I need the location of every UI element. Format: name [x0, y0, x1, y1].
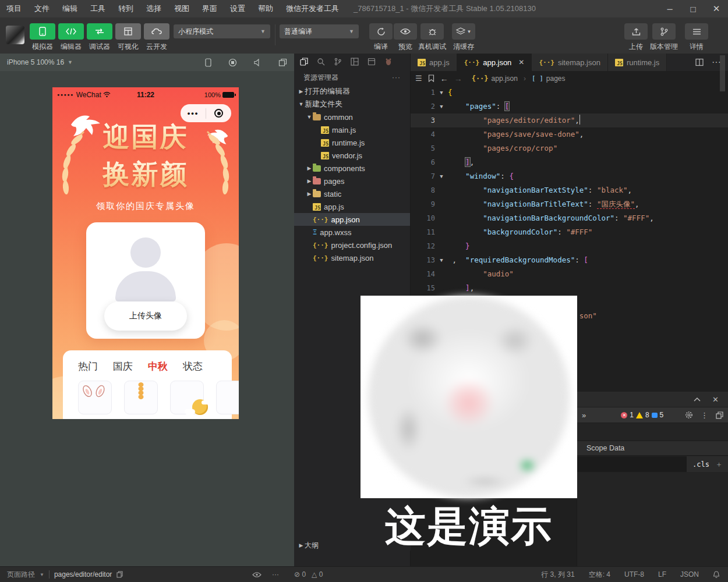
code-line-8[interactable]: 8 "navigationBarTextStyle": "black",	[411, 183, 728, 197]
mock-icon[interactable]	[384, 58, 393, 66]
nav-forward-icon[interactable]: →	[454, 74, 462, 83]
notifications-bell-icon[interactable]	[713, 571, 720, 579]
tree-item-pages[interactable]: ▶pages	[294, 175, 410, 187]
breadcrumb-file[interactable]: app.json	[492, 74, 518, 83]
menu-item-帮助[interactable]: 帮助	[252, 4, 280, 13]
sound-icon[interactable]	[253, 58, 262, 67]
error-count[interactable]: 1	[630, 411, 634, 419]
editor-scrollbar[interactable]	[720, 55, 725, 91]
eol-setting[interactable]: LF	[658, 570, 666, 579]
multi-window-icon[interactable]	[278, 58, 287, 67]
encoding[interactable]: UTF-8	[624, 570, 644, 579]
sticker-thumb-bunny-ears[interactable]	[78, 381, 112, 414]
tree-item-app.wxss[interactable]: Ξapp.wxss	[294, 226, 410, 239]
toolbar-toggle-编辑器[interactable]: 编辑器	[58, 23, 84, 52]
copy-path-icon[interactable]	[116, 571, 123, 578]
close-tab-icon[interactable]: ✕	[518, 58, 524, 66]
code-line-5[interactable]: 5 "pages/crop/crop"	[411, 141, 728, 155]
capsule-menu[interactable]: •••	[181, 104, 231, 122]
menu-item-转到[interactable]: 转到	[112, 4, 140, 13]
path-more-icon[interactable]: ···	[272, 570, 279, 579]
code-line-7[interactable]: 7▼ "window": {	[411, 169, 728, 183]
menu-item-视图[interactable]: 视图	[168, 4, 196, 13]
sticker-tab-状态[interactable]: 状态	[183, 360, 203, 373]
menu-item-微信开发者工具[interactable]: 微信开发者工具	[280, 4, 345, 13]
kebab-menu-icon[interactable]: ⋮	[701, 411, 708, 420]
breadcrumb-node[interactable]: pages	[546, 74, 566, 83]
add-class-icon[interactable]: ＋	[715, 459, 728, 470]
sticker-tab-热门[interactable]: 热门	[78, 360, 98, 373]
editor-tab-app.js[interactable]: JSapp.js	[411, 54, 457, 71]
menu-item-编辑[interactable]: 编辑	[56, 4, 84, 13]
page-path-value[interactable]: pages/editor/editor	[54, 570, 112, 579]
tree-item-common[interactable]: ▼common	[294, 111, 410, 123]
tree-item-components[interactable]: ▶components	[294, 162, 410, 175]
minimize-button[interactable]: ─	[658, 0, 681, 17]
more-menu-icon[interactable]: •••	[181, 109, 206, 118]
search-icon[interactable]	[317, 58, 325, 66]
panel-collapse-icon[interactable]	[694, 397, 701, 402]
plugin-icon[interactable]	[367, 58, 376, 66]
menu-item-选择[interactable]: 选择	[140, 4, 168, 13]
code-line-11[interactable]: 11 "backgroundColor": "#FFF"	[411, 225, 728, 239]
tree-item-runtime.js[interactable]: JSruntime.js	[294, 136, 410, 149]
tree-item-main.js[interactable]: JSmain.js	[294, 123, 410, 136]
open-editors-section[interactable]: ▶打开的编辑器	[294, 85, 410, 98]
panel-close-icon[interactable]: ✕	[712, 395, 719, 404]
outline-list-icon[interactable]: ☰	[415, 74, 422, 83]
fold-icon[interactable]: ▼	[435, 253, 448, 267]
scope-data-section[interactable]: Scope Data	[577, 441, 728, 456]
mode-select[interactable]: 小程序模式▼	[174, 24, 270, 38]
code-line-2[interactable]: 2▼ "pages": [	[411, 100, 728, 113]
code-line-4[interactable]: 4 "pages/save/save-done",	[411, 127, 728, 141]
problems-status[interactable]: ⊘ 0 △ 0	[287, 570, 404, 579]
rotate-device-icon[interactable]	[204, 58, 212, 67]
record-icon[interactable]	[228, 58, 237, 67]
toolbar-action-预览[interactable]: 预览	[390, 23, 420, 52]
sticker-thumb-candied-haws[interactable]	[124, 381, 158, 414]
code-line-15[interactable]: 15 ],	[411, 281, 728, 295]
toolbar-toggle-调试器[interactable]: 调试器	[86, 23, 113, 52]
menu-item-设置[interactable]: 设置	[224, 4, 252, 13]
code-line-12[interactable]: 12 }	[411, 239, 728, 253]
menu-item-文件[interactable]: 文件	[28, 4, 56, 13]
tree-item-sitemap.json[interactable]: {··}sitemap.json	[294, 251, 410, 264]
menu-item-项目[interactable]: 项目	[0, 4, 28, 13]
cursor-position[interactable]: 行 3, 列 31	[541, 570, 574, 580]
toolbar-action-真机调试[interactable]: 真机调试	[417, 23, 447, 52]
split-editor-icon[interactable]	[695, 58, 704, 66]
sticker-tab-国庆[interactable]: 国庆	[113, 360, 133, 373]
toolbar-toggle-模拟器[interactable]: 模拟器	[29, 23, 56, 52]
undock-icon[interactable]	[716, 411, 723, 419]
style-filter-input[interactable]	[577, 456, 687, 472]
explorer-more-icon[interactable]: ···	[392, 73, 401, 81]
watch-icon[interactable]	[252, 572, 261, 578]
code-line-3[interactable]: 3 "pages/editor/editor",	[411, 113, 728, 127]
git-icon[interactable]	[334, 58, 342, 66]
toolbar-action-版本管理[interactable]: 版本管理	[646, 23, 681, 52]
menu-item-工具[interactable]: 工具	[84, 4, 112, 13]
fold-icon[interactable]: ▼	[435, 169, 448, 183]
code-line-6[interactable]: 6 ],	[411, 155, 728, 169]
console-expand-icon[interactable]: »	[582, 411, 585, 420]
device-selector[interactable]: iPhone 5 100% 16	[7, 58, 64, 66]
menu-item-界面[interactable]: 界面	[196, 4, 224, 13]
code-line-14[interactable]: 14 "audio"	[411, 267, 728, 281]
warning-count[interactable]: 8	[645, 411, 649, 419]
fold-icon[interactable]: ▼	[435, 100, 448, 113]
files-icon[interactable]	[300, 58, 308, 66]
indent-setting[interactable]: 空格: 4	[589, 570, 610, 580]
info-count[interactable]: 5	[660, 411, 664, 419]
language-mode[interactable]: JSON	[680, 570, 699, 579]
layout-icon[interactable]	[351, 58, 359, 66]
settings-gear-icon[interactable]	[685, 411, 693, 419]
tree-item-app.json[interactable]: {··}app.json	[294, 213, 410, 226]
code-line-9[interactable]: 9 "navigationBarTitleText": "国庆头像",	[411, 197, 728, 211]
tree-item-static[interactable]: ▶static	[294, 187, 410, 200]
sticker-thumb-partial[interactable]	[216, 381, 239, 414]
editor-tab-runtime.js[interactable]: JSruntime.js	[608, 54, 667, 71]
home-capsule-icon[interactable]	[206, 109, 231, 118]
code-line-10[interactable]: 10 "navigationBarBackgroundColor": "#FFF…	[411, 211, 728, 225]
bookmark-icon[interactable]	[428, 74, 434, 82]
page-path-label[interactable]: 页面路径	[7, 570, 35, 580]
